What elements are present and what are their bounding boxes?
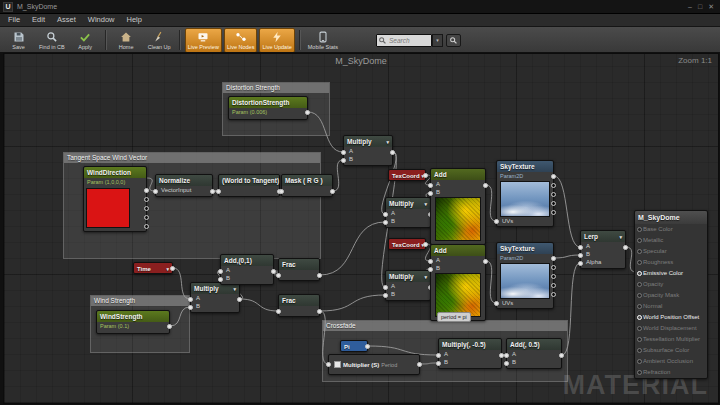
material-input-roughness[interactable]: Roughness [635,257,707,268]
material-input-metallic[interactable]: Metallic [635,235,707,246]
input-pin[interactable] [436,361,441,366]
material-input-emissive-color[interactable]: Emissive Color [635,268,707,279]
node-header[interactable]: Add(, 0.5) [507,339,561,350]
node-header[interactable]: Multiply(, -0.5) [439,339,501,350]
node-mask-rg[interactable]: Mask ( R G ) [281,174,333,197]
input-pin[interactable] [494,219,499,224]
output-pin[interactable] [417,362,422,367]
toolbar-home-button[interactable]: Home [111,28,142,53]
output-pin[interactable] [551,283,556,288]
material-input-tessellation-multiplier[interactable]: Tessellation Multiplier [635,334,707,345]
output-pin[interactable] [330,189,335,194]
node-multiply-time[interactable]: Multiply▾AB [190,282,240,313]
input-pin[interactable] [637,227,642,232]
material-input-opacity[interactable]: Opacity [635,279,707,290]
toolbar-apply-button[interactable]: Apply [70,28,101,53]
minimize-button[interactable]: – [688,2,692,12]
node-wind-strength[interactable]: WindStrengthParam (0.1) [96,310,170,334]
input-pin[interactable] [637,337,642,342]
output-pin[interactable] [551,265,556,270]
node-sky-texture-bottom[interactable]: SkyTextureParam2DUVs [496,242,554,309]
toolbar-clean-up-button[interactable]: Clean Up [144,28,175,53]
toolbar-save-button[interactable]: Save [3,28,34,53]
input-pin[interactable] [637,282,642,287]
node-add-uv-bottom[interactable]: AddAB [430,244,486,321]
node-header[interactable]: Add,(0,1) [221,255,273,266]
output-pin[interactable] [551,192,556,197]
input-pin[interactable] [276,309,281,314]
node-add-0-1[interactable]: Add,(0,1)AB [220,254,274,285]
input-pin[interactable] [428,267,433,272]
input-pin[interactable] [504,361,509,366]
close-button[interactable]: ✕ [708,2,714,12]
output-pin[interactable] [167,324,172,329]
node-normalize[interactable]: NormalizeVectorInput [155,174,213,197]
node-header[interactable]: (World to Tangent) [219,175,279,186]
input-pin[interactable] [216,189,221,194]
toolbar-mobile-stats-button[interactable]: Mobile Stats [305,28,341,53]
input-pin[interactable] [428,259,433,264]
node-lerp[interactable]: Lerp▾ABAlpha [580,230,626,269]
output-pin[interactable] [559,353,564,358]
input-pin[interactable] [637,370,642,375]
graph-canvas[interactable]: M_SkyDome Zoom 1:1 MATERIAL period = pi … [3,53,719,404]
node-distortion-strength[interactable]: DistortionStrengthParam (0.006) [228,96,308,120]
input-pin[interactable] [428,183,433,188]
output-pin[interactable] [271,269,276,274]
input-pin[interactable] [578,245,583,250]
output-pin[interactable] [144,188,149,193]
material-input-refraction[interactable]: Refraction [635,367,707,378]
node-wind-direction[interactable]: WindDirectionParam (1,0,0,0) [83,166,147,232]
input-pin[interactable] [383,293,388,298]
node-world-to-tangent[interactable]: (World to Tangent) [218,174,280,197]
node-header[interactable]: Normalize [156,175,212,186]
input-pin[interactable] [494,301,499,306]
menu-help[interactable]: Help [120,14,147,26]
node-frac-top[interactable]: Frac [278,258,320,281]
node-time[interactable]: Time▾ [133,262,173,274]
output-pin[interactable] [144,215,149,220]
node-texcoord-bottom[interactable]: TexCoord▾ [388,238,426,250]
input-pin[interactable] [436,353,441,358]
node-header[interactable]: Frac [279,259,319,270]
node-header[interactable]: SkyTexture [497,161,553,172]
output-pin[interactable] [317,273,322,278]
material-input-ambient-occlusion[interactable]: Ambient Occlusion [635,356,707,367]
output-pin[interactable] [237,297,242,302]
output-pin[interactable] [423,173,428,178]
menu-asset[interactable]: Asset [51,14,82,26]
material-input-world-position-offset[interactable]: World Position Offset [635,312,707,323]
toolbar-live-nodes-button[interactable]: Live Nodes [224,28,258,53]
input-pin[interactable] [637,238,642,243]
input-pin[interactable] [276,273,281,278]
node-header[interactable]: Mask ( R G ) [282,175,332,186]
output-pin[interactable] [305,110,310,115]
material-input-world-displacement[interactable]: World Displacement [635,323,707,334]
input-pin[interactable] [637,260,642,265]
node-multiplier-period[interactable]: Multiplier (S)Period [328,354,420,375]
output-pin[interactable] [551,201,556,206]
input-pin[interactable] [637,293,642,298]
output-pin[interactable] [144,206,149,211]
input-pin[interactable] [188,297,193,302]
input-pin[interactable] [637,315,642,320]
node-material-output[interactable]: M_SkyDomeBase ColorMetallicSpecularRough… [634,210,708,379]
output-pin[interactable] [144,224,149,229]
input-pin[interactable] [637,271,642,276]
node-multiply-uv-bottom[interactable]: Multiply▾AB [385,270,431,301]
input-pin[interactable] [428,191,433,196]
node-add-half[interactable]: Add(, 0.5)AB [506,338,562,369]
material-input-subsurface-color[interactable]: Subsurface Color [635,345,707,356]
output-pin[interactable] [423,242,428,247]
node-header[interactable]: Lerp▾ [581,231,625,242]
material-input-specular[interactable]: Specular [635,246,707,257]
input-pin[interactable] [504,353,509,358]
node-header[interactable]: Add [431,245,485,256]
node-header[interactable]: Multiply▾ [386,198,430,209]
node-header[interactable]: Multiply▾ [386,271,430,282]
search-go-button[interactable] [446,34,461,47]
output-pin[interactable] [210,189,215,194]
node-frac-bottom[interactable]: Frac [278,294,320,317]
output-pin[interactable] [390,150,395,155]
material-input-base-color[interactable]: Base Color [635,224,707,235]
